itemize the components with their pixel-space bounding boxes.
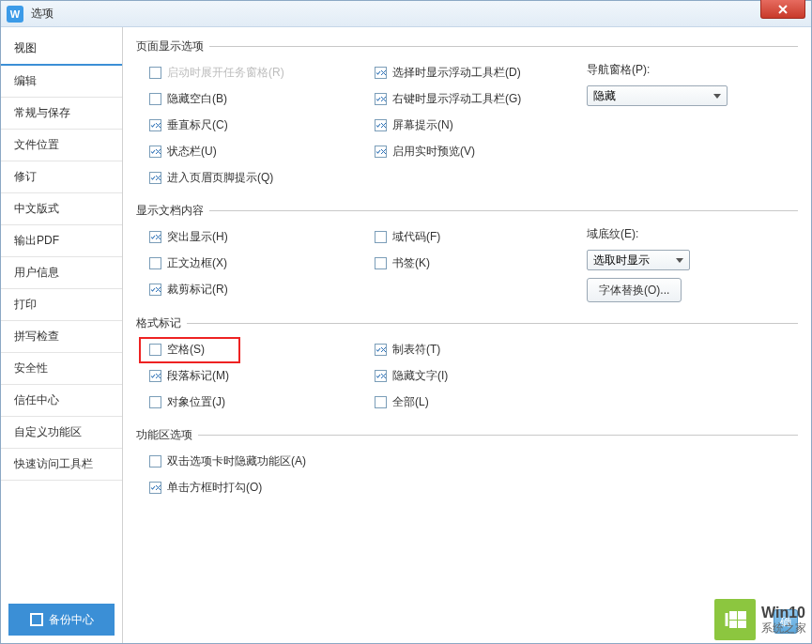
group-format-marks-legend: 格式标记 bbox=[136, 315, 187, 331]
cb-paragraph-marks[interactable]: 段落标记(M) bbox=[136, 368, 229, 384]
sidebar-tab-view[interactable]: 视图 bbox=[1, 33, 122, 66]
cb-highlight[interactable]: 突出显示(H) bbox=[136, 229, 228, 245]
group-ribbon: 功能区选项 双击选项卡时隐藏功能区(A) 单击方框时打勾(O) bbox=[136, 427, 798, 503]
content-panel: 页面显示选项 启动时展开任务窗格(R) 选择时显示浮动工具栏(D) 导航窗格(P… bbox=[123, 27, 811, 643]
app-icon: W bbox=[7, 6, 23, 23]
backup-icon bbox=[30, 613, 43, 626]
group-doc-content: 显示文档内容 突出显示(H) 域代码(F) 域底纹(E): 选取时显示 bbox=[136, 203, 798, 306]
group-page-display-legend: 页面显示选项 bbox=[136, 38, 209, 54]
window-title: 选项 bbox=[31, 6, 54, 22]
cb-tabs[interactable]: 制表符(T) bbox=[361, 342, 440, 358]
nav-pane-select[interactable]: 隐藏 bbox=[587, 85, 728, 106]
sidebar-tab-edit[interactable]: 编辑 bbox=[1, 66, 122, 98]
cb-status-bar[interactable]: 状态栏(U) bbox=[136, 144, 217, 160]
cb-crop-marks[interactable]: 裁剪标记(R) bbox=[136, 282, 228, 298]
chevron-down-icon bbox=[676, 258, 683, 263]
cb-dblclick-hide-ribbon[interactable]: 双击选项卡时隐藏功能区(A) bbox=[136, 453, 306, 469]
cb-live-preview[interactable]: 启用实时预览(V) bbox=[361, 144, 475, 160]
sidebar-tab-print[interactable]: 打印 bbox=[1, 289, 122, 321]
backup-center-button[interactable]: 备份中心 bbox=[8, 604, 115, 636]
watermark: I Win10 系统之家 bbox=[709, 595, 812, 644]
sidebar-tab-chinese-layout[interactable]: 中文版式 bbox=[1, 193, 122, 225]
cb-bookmarks[interactable]: 书签(K) bbox=[361, 255, 430, 271]
cb-hide-whitespace[interactable]: 隐藏空白(B) bbox=[136, 91, 227, 107]
font-replace-button[interactable]: 字体替换(O)... bbox=[587, 278, 682, 302]
cb-object-position[interactable]: 对象位置(J) bbox=[136, 394, 225, 410]
watermark-line1: Win10 bbox=[761, 604, 806, 621]
field-shading-label: 域底纹(E): bbox=[587, 226, 690, 242]
backup-label: 备份中心 bbox=[49, 612, 94, 628]
sidebar-tab-trust-center[interactable]: 信任中心 bbox=[1, 385, 122, 417]
cb-field-codes[interactable]: 域代码(F) bbox=[361, 229, 440, 245]
sidebar-tab-spell-check[interactable]: 拼写检查 bbox=[1, 321, 122, 353]
group-doc-content-legend: 显示文档内容 bbox=[136, 203, 209, 219]
sidebar-tab-revision[interactable]: 修订 bbox=[1, 161, 122, 193]
cb-vertical-ruler[interactable]: 垂直标尺(C) bbox=[136, 117, 228, 133]
sidebar-tab-security[interactable]: 安全性 bbox=[1, 353, 122, 385]
watermark-line2: 系统之家 bbox=[761, 621, 806, 635]
close-icon bbox=[777, 4, 789, 15]
nav-pane-value: 隐藏 bbox=[593, 88, 616, 104]
cb-select-float-toolbar[interactable]: 选择时显示浮动工具栏(D) bbox=[361, 65, 521, 81]
cb-all[interactable]: 全部(L) bbox=[361, 394, 429, 410]
field-shading-select[interactable]: 选取时显示 bbox=[587, 250, 690, 270]
watermark-logo: I bbox=[714, 599, 756, 640]
cb-header-footer-tip[interactable]: 进入页眉页脚提示(Q) bbox=[136, 170, 273, 186]
sidebar-tab-general-save[interactable]: 常规与保存 bbox=[1, 98, 122, 130]
sidebar-tab-customize-ribbon[interactable]: 自定义功能区 bbox=[1, 417, 122, 449]
group-format-marks: 格式标记 空格(S) 制表符(T) 段落标记(M) 隐藏文字(I) 对象位置(J… bbox=[136, 315, 798, 418]
cb-task-pane[interactable]: 启动时展开任务窗格(R) bbox=[136, 65, 284, 81]
group-ribbon-legend: 功能区选项 bbox=[136, 427, 198, 443]
cb-rightclick-float-toolbar[interactable]: 右键时显示浮动工具栏(G) bbox=[361, 91, 521, 107]
sidebar: 视图 编辑 常规与保存 文件位置 修订 中文版式 输出PDF 用户信息 打印 拼… bbox=[1, 27, 123, 643]
cb-hidden-text[interactable]: 隐藏文字(I) bbox=[361, 368, 448, 384]
titlebar: W 选项 bbox=[1, 1, 811, 27]
nav-pane-label: 导航窗格(P): bbox=[587, 62, 650, 78]
sidebar-tab-output-pdf[interactable]: 输出PDF bbox=[1, 225, 122, 257]
group-page-display: 页面显示选项 启动时展开任务窗格(R) 选择时显示浮动工具栏(D) 导航窗格(P… bbox=[136, 38, 798, 193]
chevron-down-icon bbox=[713, 94, 721, 99]
sidebar-tab-file-location[interactable]: 文件位置 bbox=[1, 130, 122, 161]
cb-body-border[interactable]: 正文边框(X) bbox=[136, 255, 227, 271]
windows-icon bbox=[729, 611, 746, 628]
cb-spaces[interactable]: 空格(S) bbox=[136, 342, 205, 358]
close-button[interactable] bbox=[760, 0, 805, 19]
cb-screen-tips[interactable]: 屏幕提示(N) bbox=[361, 117, 453, 133]
cb-click-box-check[interactable]: 单击方框时打勾(O) bbox=[136, 480, 262, 496]
field-shading-value: 选取时显示 bbox=[593, 253, 650, 268]
sidebar-tab-user-info[interactable]: 用户信息 bbox=[1, 257, 122, 289]
sidebar-tab-quick-access[interactable]: 快速访问工具栏 bbox=[1, 449, 122, 481]
